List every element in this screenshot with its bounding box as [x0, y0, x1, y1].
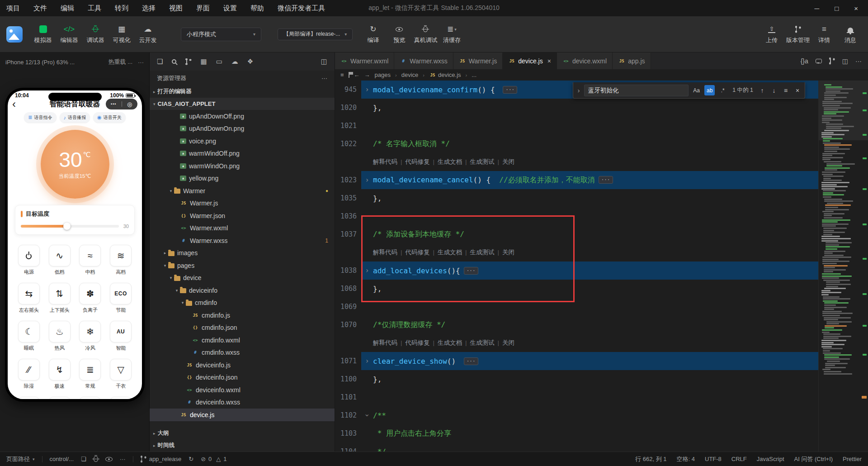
- find-expand-icon[interactable]: ›: [576, 86, 581, 94]
- miniprogram-capsule[interactable]: ••• ◎: [106, 99, 137, 109]
- codelens-action[interactable]: 生成文档: [438, 158, 462, 165]
- code-line[interactable]: 1022/* 名字输入框取消 */: [335, 135, 868, 153]
- minimap[interactable]: [818, 81, 868, 452]
- cloud-icon[interactable]: ☁: [231, 57, 238, 66]
- next-match-icon[interactable]: ↓: [769, 87, 778, 94]
- device-control-normal[interactable]: ≣常规: [77, 359, 104, 390]
- tree-item[interactable]: ▾cmdinfo: [150, 297, 335, 309]
- hot-reload-toggle[interactable]: 热重载 ...: [108, 58, 132, 66]
- tree-item[interactable]: ▲upAndDownOff.png: [150, 110, 335, 123]
- device-control-hot-wind[interactable]: ♨热风: [47, 321, 73, 352]
- breadcrumb-item[interactable]: device: [401, 71, 419, 78]
- code-editor[interactable]: 945›modal_devicename_confirm() { ···1020…: [335, 81, 868, 452]
- tree-item[interactable]: ▾device: [150, 272, 335, 285]
- menu-item[interactable]: 编辑: [61, 4, 74, 13]
- section-open-editors[interactable]: ▸ 打开的编辑器: [150, 86, 335, 98]
- menu-item[interactable]: 界面: [196, 4, 210, 13]
- device-control-leaf[interactable]: ✽负离子: [77, 283, 104, 314]
- chevron-icon[interactable]: ▾: [162, 263, 168, 268]
- toolbar-button-message[interactable]: 消息: [837, 20, 863, 49]
- status-line-col[interactable]: 行 662, 列 1: [635, 455, 666, 463]
- previous-match-icon[interactable]: ↑: [758, 87, 767, 94]
- sync-icon[interactable]: ↻: [189, 456, 193, 462]
- device-control-cold-wind[interactable]: ❄冷风: [77, 321, 104, 352]
- more-icon[interactable]: ···: [321, 75, 327, 81]
- temperature-slider[interactable]: [21, 225, 119, 228]
- chevron-icon[interactable]: ▸: [162, 251, 168, 255]
- back-icon[interactable]: ←: [354, 71, 360, 78]
- tree-item[interactable]: #cmdinfo.wxss: [150, 347, 335, 359]
- tree-item[interactable]: ▲warmWindOn.png: [150, 160, 335, 172]
- device-control-power[interactable]: 电源: [16, 245, 42, 276]
- breadcrumb-item[interactable]: pages: [375, 71, 391, 78]
- code-line[interactable]: 1068},: [335, 280, 868, 298]
- toolbar-button-realdevice[interactable]: 真机调试: [412, 20, 439, 49]
- code-line[interactable]: 1100},: [335, 370, 868, 388]
- voice-button[interactable]: ♪语音播报: [60, 112, 90, 123]
- code-line[interactable]: 1069: [335, 298, 868, 316]
- tree-item[interactable]: ▲warmWindOff.png: [150, 147, 335, 160]
- tree-item[interactable]: {}deviceinfo.json: [150, 371, 335, 384]
- codelens-action[interactable]: 关闭: [502, 158, 514, 165]
- match-case-button[interactable]: Aa: [691, 85, 702, 95]
- toolbar-button-cloud[interactable]: ☁云开发: [135, 20, 161, 49]
- tree-item[interactable]: ▲yellow.png: [150, 172, 335, 185]
- toolbar-button-debugger[interactable]: 调试器: [82, 20, 108, 49]
- close-icon[interactable]: ×: [547, 57, 551, 65]
- regex-button[interactable]: .*: [717, 85, 728, 95]
- menu-item[interactable]: 选择: [142, 4, 156, 13]
- capsule-close-icon[interactable]: ◎: [122, 101, 138, 108]
- code-line[interactable]: 1037/* 添加设备到本地缓存 */: [335, 225, 868, 243]
- section-outline[interactable]: ▸ 大纲: [150, 427, 335, 439]
- editor-tab[interactable]: JSdevice.js×: [503, 52, 557, 69]
- toolbar-button-cache[interactable]: ≣▾清缓存: [439, 20, 465, 49]
- device-control-wave3[interactable]: ≋高档: [108, 245, 134, 276]
- fold-icon[interactable]: ›: [361, 411, 373, 419]
- maximize-icon[interactable]: □: [835, 5, 839, 12]
- editor-tab[interactable]: <>device.wxml: [557, 52, 613, 69]
- codelens-action[interactable]: 生成测试: [470, 339, 495, 346]
- debug-icon[interactable]: [94, 456, 98, 462]
- codelens-action[interactable]: 关闭: [502, 339, 514, 346]
- tree-item[interactable]: #deviceinfo.wxss: [150, 396, 335, 409]
- voice-button[interactable]: ≣语音指令: [24, 112, 56, 123]
- device-control-screen-display[interactable]: ▣: [16, 397, 42, 399]
- device-control-au[interactable]: AU智能: [108, 321, 134, 352]
- menu-item[interactable]: 转到: [115, 4, 128, 13]
- git-branch-indicator[interactable]: app_release: [141, 456, 182, 462]
- codelens-action[interactable]: 生成文档: [438, 339, 462, 346]
- device-control-turbo[interactable]: ↯极速: [47, 359, 73, 390]
- menu-item[interactable]: 设置: [223, 4, 237, 13]
- compile-condition-select[interactable]: 【局部编译】release-... ▾: [278, 29, 353, 40]
- section-timeline[interactable]: ▸ 时间线: [150, 439, 335, 452]
- tree-item[interactable]: {}Warmer.json: [150, 209, 335, 222]
- eye-icon[interactable]: [105, 457, 113, 461]
- device-control-eco[interactable]: ECO节能: [108, 283, 134, 314]
- editor-tab[interactable]: <>Warmer.wxml: [335, 52, 394, 69]
- device-control-flame[interactable]: ✦: [108, 397, 134, 399]
- codelens-action[interactable]: 解释代码: [373, 158, 397, 165]
- menu-item[interactable]: 帮助: [250, 4, 264, 13]
- menu-item[interactable]: 项目: [6, 4, 20, 13]
- branch-icon[interactable]: [185, 58, 191, 65]
- capsule-more-icon[interactable]: •••: [106, 102, 122, 106]
- menu-item[interactable]: 文件: [33, 4, 47, 13]
- code-line[interactable]: 1038›add_local_devices(){···: [335, 262, 868, 280]
- code-line[interactable]: 1036: [335, 207, 868, 225]
- fold-icon[interactable]: ›: [361, 176, 373, 184]
- copy-icon[interactable]: ❏: [81, 456, 86, 462]
- tree-item[interactable]: ▾deviceinfo: [150, 284, 335, 297]
- code-line[interactable]: 1023›modal_devicename_cancel() { //必须取名并…: [335, 171, 868, 189]
- close-icon[interactable]: ×: [854, 5, 858, 12]
- code-line[interactable]: 1102›/**: [335, 406, 868, 424]
- menu-item[interactable]: 视图: [169, 4, 183, 13]
- voice-button[interactable]: ◉语音开关: [93, 112, 126, 123]
- chevron-icon[interactable]: ▾: [179, 300, 186, 305]
- shield-icon[interactable]: ❖: [247, 57, 253, 66]
- layout-icon[interactable]: ◫: [321, 57, 327, 66]
- toolbar-button-simulator[interactable]: 模拟器: [30, 20, 56, 49]
- bookmark-icon[interactable]: [349, 72, 349, 78]
- device-control-child-lock[interactable]: ♙: [47, 397, 73, 399]
- toolbar-button-preview[interactable]: 预览: [386, 20, 412, 49]
- code-line[interactable]: 解释代码|代码修复|生成文档|生成测试|关闭: [335, 334, 868, 352]
